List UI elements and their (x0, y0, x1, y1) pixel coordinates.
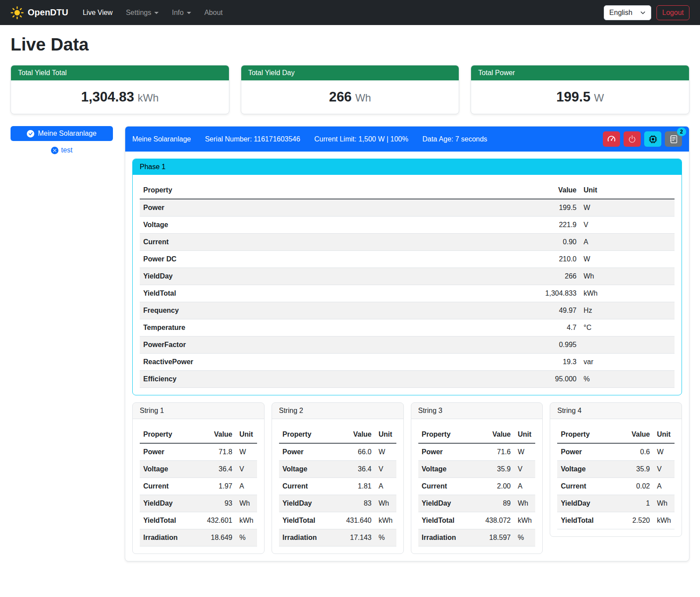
speedometer-icon (607, 134, 616, 144)
table-row: ReactivePower 19.3 var (140, 354, 675, 371)
table-row: Power 71.8 W (140, 443, 257, 461)
value-cell: 0.6 (617, 443, 653, 461)
table-row: YieldDay 89 Wh (418, 495, 536, 512)
property-cell: Temperature (140, 319, 403, 336)
table-row: Temperature 4.7 °C (140, 319, 675, 336)
property-cell: Current (418, 478, 478, 495)
event-count-badge: 2 (677, 127, 686, 136)
logout-button[interactable]: Logout (656, 5, 689, 20)
unit-cell: W (580, 199, 675, 217)
table-row: Irradiation 17.143 % (279, 529, 396, 546)
table-row: YieldTotal 438.072 kWh (418, 512, 536, 529)
summary-card-total-power: Total Power 199.5W (471, 65, 689, 114)
cpu-icon (649, 135, 657, 144)
value-cell: 66.0 (338, 443, 375, 461)
value-cell: 432.601 (199, 512, 236, 529)
table-row: YieldTotal 432.601 kWh (140, 512, 257, 529)
value-cell: 83 (338, 495, 375, 512)
unit-cell: W (653, 443, 675, 461)
value-cell: 2.520 (617, 512, 653, 529)
inverter-select-button[interactable]: Meine Solaranlage (11, 126, 113, 141)
property-cell: YieldTotal (140, 285, 403, 302)
string-card-body: Property Value Unit Power 71.6 W Voltage… (411, 419, 543, 554)
value-cell: 18.649 (199, 529, 236, 546)
value-cell: 438.072 (477, 512, 514, 529)
inverter-name: Meine Solaranlage (132, 135, 191, 143)
col-unit: Unit (236, 426, 257, 443)
table-row: Power 71.6 W (418, 443, 536, 461)
limit-settings-button[interactable] (603, 131, 620, 147)
summary-card-title: Total Yield Total (11, 65, 229, 80)
table-row: YieldTotal 1,304.833 kWh (140, 285, 675, 302)
inverter-item-test-label: test (61, 146, 73, 154)
unit-cell: % (514, 529, 535, 546)
table-row: Power DC 210.0 W (140, 251, 675, 268)
unit-cell: kWh (375, 512, 396, 529)
summary-unit: W (594, 92, 604, 104)
page-title: Live Data (11, 35, 689, 54)
nav-item-info[interactable]: Info (165, 5, 198, 20)
inverter-actions: 2 (603, 131, 682, 147)
power-toggle-button[interactable] (624, 131, 641, 147)
value-cell: 266 (403, 268, 580, 285)
string-table: Property Value Unit Power 71.6 W Voltage… (418, 426, 536, 546)
inverter-item-test[interactable]: test (11, 146, 113, 154)
property-cell: Power (140, 443, 199, 461)
phase-title: Phase 1 (133, 159, 682, 175)
property-cell: Irradiation (140, 529, 199, 546)
nav-item-live-view[interactable]: Live View (76, 5, 119, 20)
col-property: Property (140, 182, 403, 199)
property-cell: Power (418, 443, 478, 461)
unit-cell: W (375, 443, 396, 461)
navbar-right: English Logout (604, 5, 689, 20)
brand-link[interactable]: OpenDTU (11, 6, 68, 19)
table-row: YieldDay 83 Wh (279, 495, 396, 512)
string-table: Property Value Unit Power 71.8 W Voltage… (140, 426, 257, 546)
unit-cell: Wh (514, 495, 535, 512)
property-cell: YieldDay (140, 495, 199, 512)
unit-cell: A (236, 478, 257, 495)
string-card-body: Property Value Unit Power 66.0 W Voltage… (272, 419, 403, 554)
property-cell: YieldTotal (418, 512, 478, 529)
unit-cell: Wh (375, 495, 396, 512)
value-cell: 0.02 (617, 478, 653, 495)
phase-card: Phase 1 Property Value Unit (132, 159, 682, 395)
table-row: Current 2.00 A (418, 478, 536, 495)
string-table-body: Power 71.6 W Voltage 35.9 V Current 2.00… (418, 443, 536, 546)
table-row: Irradiation 18.649 % (140, 529, 257, 546)
nav-item-about[interactable]: About (198, 5, 229, 20)
value-cell: 36.4 (338, 461, 375, 478)
unit-cell: kWh (236, 512, 257, 529)
inverter-card: Meine Solaranlage Serial Number: 1161716… (125, 126, 689, 561)
nav-item-settings[interactable]: Settings (119, 5, 165, 20)
value-cell: 71.6 (477, 443, 514, 461)
table-row: Frequency 49.97 Hz (140, 302, 675, 319)
string-card-1: String 1 Property Value Unit (132, 402, 265, 554)
value-cell: 2.00 (477, 478, 514, 495)
top-navbar: OpenDTU Live View Settings Info About En… (0, 0, 700, 25)
property-cell: Irradiation (279, 529, 338, 546)
col-value: Value (617, 426, 653, 443)
table-header-row: Property Value Unit (140, 426, 257, 443)
property-cell: YieldTotal (557, 512, 617, 529)
col-value: Value (199, 426, 236, 443)
property-cell: PowerFactor (140, 336, 403, 354)
brand-label: OpenDTU (28, 7, 68, 18)
page-container: Live Data Total Yield Total 1,304.83kWh … (0, 25, 700, 574)
event-log-button[interactable]: 2 (665, 131, 682, 147)
nav-label-live-view: Live View (83, 9, 112, 17)
table-header-row: Property Value Unit (557, 426, 675, 443)
col-property: Property (279, 426, 338, 443)
nav-label-settings: Settings (126, 9, 151, 17)
string-title: String 4 (550, 403, 682, 419)
device-info-button[interactable] (644, 131, 661, 147)
property-cell: YieldDay (418, 495, 478, 512)
phase-table-head: Property Value Unit (140, 182, 675, 199)
col-value: Value (403, 182, 580, 199)
language-select[interactable]: English (604, 5, 651, 20)
property-cell: YieldTotal (279, 512, 338, 529)
phase-card-body: Property Value Unit Power 199.5 W Voltag… (133, 175, 682, 395)
chevron-down-icon (187, 12, 191, 14)
value-cell: 431.640 (338, 512, 375, 529)
string-card-3: String 3 Property Value Unit (411, 402, 543, 554)
